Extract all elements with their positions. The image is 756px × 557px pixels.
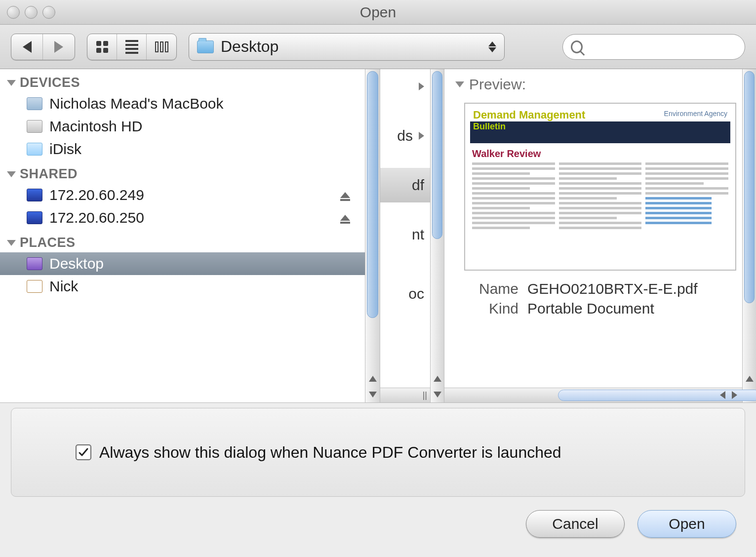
section-places[interactable]: PLACES xyxy=(0,229,380,252)
section-label: PLACES xyxy=(20,235,76,250)
view-list-button[interactable] xyxy=(117,34,147,60)
sidebar-item-share-1[interactable]: 172.20.60.249 xyxy=(0,184,380,206)
network-icon xyxy=(27,211,42,224)
always-show-checkbox[interactable] xyxy=(76,444,91,460)
nav-history xyxy=(11,34,75,60)
view-icons-button[interactable] xyxy=(87,34,117,60)
arrow-right-icon xyxy=(54,41,63,53)
section-label: SHARED xyxy=(20,166,78,182)
zoom-icon[interactable] xyxy=(42,6,55,19)
preview-doc-body xyxy=(470,160,730,234)
disclosure-icon xyxy=(455,81,464,87)
sidebar-item-desktop[interactable]: Desktop xyxy=(0,252,380,275)
sidebar-item-home[interactable]: Nick xyxy=(0,275,380,298)
scroll-thumb[interactable] xyxy=(744,71,755,303)
disclosure-icon xyxy=(7,171,16,177)
section-shared[interactable]: SHARED xyxy=(0,160,380,184)
browser-pane: DEVICES Nicholas Mead's MacBook Macintos… xyxy=(0,69,756,403)
file-fragment: nt xyxy=(412,226,424,243)
scroll-thumb[interactable] xyxy=(432,71,442,239)
disclosure-icon xyxy=(7,80,16,86)
preview-thumbnail[interactable]: Demand Management Bulletin Environment A… xyxy=(464,103,736,271)
preview-doc-title: Demand Management xyxy=(473,109,585,121)
search-icon xyxy=(571,40,583,53)
options-panel: Always show this dialog when Nuance PDF … xyxy=(11,408,745,497)
grid-icon xyxy=(96,41,108,53)
list-icon xyxy=(125,40,138,54)
minimize-icon[interactable] xyxy=(25,6,38,19)
preview-doc-banner: Demand Management Bulletin Environment A… xyxy=(470,109,730,143)
scroll-right-icon[interactable] xyxy=(732,391,737,399)
scroll-left-icon[interactable] xyxy=(720,391,725,399)
arrow-left-icon xyxy=(23,41,32,53)
meta-key-name: Name xyxy=(464,280,518,297)
meta-val-kind: Portable Document xyxy=(527,300,736,317)
sidebar-scrollbar[interactable] xyxy=(365,69,380,402)
chevron-right-icon xyxy=(419,132,424,140)
back-button[interactable] xyxy=(11,34,43,60)
sidebar-item-label: Macintosh HD xyxy=(49,118,142,135)
location-popup[interactable]: Desktop xyxy=(189,33,505,61)
network-icon xyxy=(27,189,42,201)
checkmark-icon xyxy=(78,446,89,458)
sidebar-item-label: 172.20.60.249 xyxy=(49,187,144,203)
preview-header-label: Preview: xyxy=(469,76,526,93)
sidebar-item-macintosh-hd[interactable]: Macintosh HD xyxy=(0,115,380,138)
eject-icon[interactable] xyxy=(340,192,350,198)
preview-doc-logo: Environment Agency xyxy=(664,110,727,118)
section-devices[interactable]: DEVICES xyxy=(0,69,380,92)
sidebar-item-share-2[interactable]: 172.20.60.250 xyxy=(0,206,380,229)
sidebar-item-idisk[interactable]: iDisk xyxy=(0,138,380,160)
preview-metadata: Name GEHO0210BRTX-E-E.pdf Kind Portable … xyxy=(444,276,756,317)
sidebar-item-label: Nick xyxy=(49,278,78,295)
location-label: Desktop xyxy=(221,38,279,56)
preview-scrollbar[interactable] xyxy=(742,69,756,402)
file-column: ds df nt oc || xyxy=(380,69,444,402)
folder-icon xyxy=(197,40,214,53)
search-field[interactable] xyxy=(562,34,745,60)
home-icon xyxy=(27,280,42,293)
sidebar-item-macbook[interactable]: Nicholas Mead's MacBook xyxy=(0,92,380,115)
always-show-label: Always show this dialog when Nuance PDF … xyxy=(99,443,561,462)
meta-key-kind: Kind xyxy=(464,300,518,317)
sidebar-item-label: Desktop xyxy=(49,255,104,272)
view-mode-switch xyxy=(87,34,177,60)
sidebar: DEVICES Nicholas Mead's MacBook Macintos… xyxy=(0,69,380,402)
eject-icon[interactable] xyxy=(340,215,350,221)
button-label: Open xyxy=(669,516,705,532)
chevron-right-icon xyxy=(419,82,424,90)
sidebar-item-label: iDisk xyxy=(49,141,81,158)
window-controls xyxy=(7,6,55,19)
scroll-up-icon[interactable] xyxy=(431,376,444,382)
preview-doc-section: Walker Review xyxy=(470,147,730,160)
sidebar-item-label: Nicholas Mead's MacBook xyxy=(49,95,224,112)
open-button[interactable]: Open xyxy=(637,510,736,538)
dialog-footer: Cancel Open xyxy=(0,497,756,551)
window-title: Open xyxy=(0,4,756,21)
forward-button[interactable] xyxy=(43,34,75,60)
cancel-button[interactable]: Cancel xyxy=(526,510,625,538)
close-icon[interactable] xyxy=(7,6,20,19)
preview-hscroll[interactable] xyxy=(444,388,742,402)
scroll-up-icon[interactable] xyxy=(365,376,380,382)
filecol-scrollbar[interactable] xyxy=(430,69,444,402)
scroll-down-icon[interactable] xyxy=(365,392,380,398)
scroll-up-icon[interactable] xyxy=(743,376,756,382)
view-columns-button[interactable] xyxy=(147,34,176,60)
preview-header[interactable]: Preview: xyxy=(444,69,756,100)
popup-arrows-icon xyxy=(488,41,496,52)
laptop-icon xyxy=(27,97,42,110)
desktop-icon xyxy=(27,257,42,270)
scroll-down-icon[interactable] xyxy=(431,392,444,398)
filecol-hscroll[interactable]: || xyxy=(380,388,430,402)
search-input[interactable] xyxy=(588,39,737,54)
scroll-thumb[interactable] xyxy=(367,71,378,318)
hdd-icon xyxy=(27,120,42,133)
scroll-thumb[interactable] xyxy=(558,390,756,401)
sidebar-item-label: 172.20.60.250 xyxy=(49,209,144,226)
file-fragment: df xyxy=(412,177,424,194)
preview-doc-subtitle: Bulletin xyxy=(473,121,506,132)
file-fragment: ds xyxy=(397,127,413,144)
meta-val-name: GEHO0210BRTX-E-E.pdf xyxy=(527,280,736,297)
columns-icon xyxy=(155,41,168,52)
